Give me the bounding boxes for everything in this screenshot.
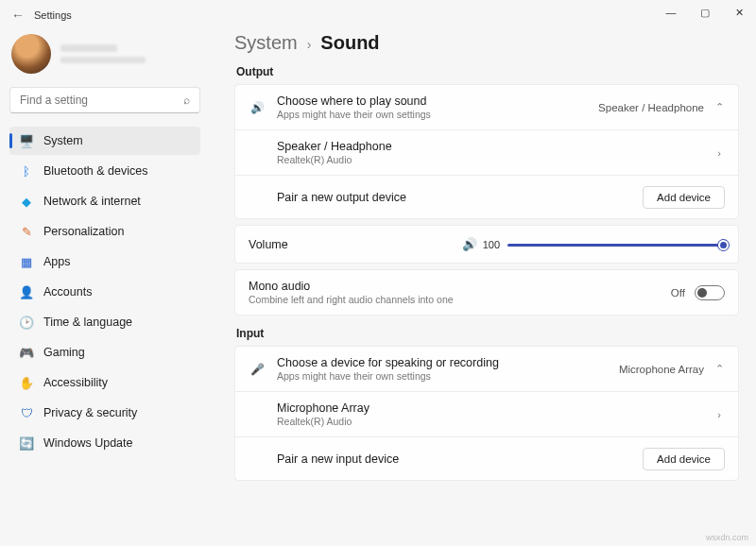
output-pair-row: Pair a new output device Add device (235, 175, 738, 218)
section-input-header: Input (236, 327, 739, 340)
sidebar-item-label: Bluetooth & devices (43, 164, 148, 178)
sidebar-item-apps[interactable]: ▦Apps (9, 247, 200, 276)
nav-icon: 🖥️ (19, 133, 34, 148)
sidebar-item-gaming[interactable]: 🎮Gaming (9, 338, 200, 367)
search-box[interactable]: ⌕ (9, 87, 200, 113)
sidebar-item-bluetooth-devices[interactable]: ᛒBluetooth & devices (9, 157, 200, 185)
mono-toggle[interactable] (695, 285, 725, 300)
input-device-card: 🎤 Choose a device for speaking or record… (234, 346, 739, 481)
chevron-right-icon: › (713, 147, 725, 159)
input-pair-title: Pair a new input device (277, 452, 631, 466)
add-output-device-button[interactable]: Add device (643, 186, 725, 209)
input-choose-sub: Apps might have their own settings (277, 370, 608, 382)
search-icon: ⌕ (183, 94, 190, 107)
output-device-sub: Realtek(R) Audio (277, 154, 702, 165)
volume-icon: 🔊 (462, 237, 477, 251)
nav-list: 🖥️SystemᛒBluetooth & devices◆Network & i… (9, 127, 200, 457)
nav-icon: 🔄 (19, 435, 34, 451)
input-device-sub: Realtek(R) Audio (277, 416, 702, 427)
nav-icon: ◆ (19, 194, 34, 209)
sidebar-item-label: System (43, 134, 83, 147)
volume-slider[interactable] (507, 238, 725, 251)
volume-label: Volume (249, 238, 462, 251)
sidebar-item-label: Apps (43, 255, 71, 268)
maximize-button[interactable]: ▢ (688, 0, 722, 25)
volume-row: Volume 🔊 100 (235, 226, 738, 263)
user-info (60, 44, 146, 63)
output-choose-title: Choose where to play sound (277, 94, 587, 108)
sidebar-item-label: Accounts (43, 285, 92, 299)
sidebar-item-personalization[interactable]: ✎Personalization (9, 217, 200, 246)
watermark: wsxdn.com (706, 533, 748, 542)
sidebar-item-label: Network & internet (43, 195, 141, 208)
nav-icon: 🛡 (19, 405, 34, 420)
back-button[interactable]: ← (6, 8, 30, 23)
mono-card: Mono audio Combine left and right audio … (234, 269, 739, 316)
chevron-right-icon: › (307, 37, 312, 52)
search-input[interactable] (20, 94, 162, 107)
mono-sub: Combine left and right audio channels in… (249, 294, 660, 305)
input-choose-row[interactable]: 🎤 Choose a device for speaking or record… (235, 347, 738, 391)
sidebar-item-accessibility[interactable]: ✋Accessibility (9, 368, 200, 397)
sidebar-item-windows-update[interactable]: 🔄Windows Update (9, 429, 200, 457)
nav-icon: ᛒ (19, 163, 34, 179)
nav-icon: 👤 (19, 284, 34, 299)
sidebar-item-privacy-security[interactable]: 🛡Privacy & security (9, 399, 200, 427)
sidebar-item-label: Windows Update (43, 436, 133, 450)
nav-icon: ✋ (19, 375, 34, 390)
sidebar-item-label: Accessibility (43, 376, 108, 389)
microphone-icon: 🎤 (249, 363, 266, 376)
sidebar-item-label: Time & language (43, 316, 132, 329)
nav-icon: ▦ (19, 254, 34, 269)
volume-value: 100 (483, 239, 500, 250)
sidebar-item-label: Personalization (43, 225, 124, 238)
sidebar-item-label: Privacy & security (43, 406, 137, 419)
page-title: Sound (320, 32, 379, 54)
volume-card: Volume 🔊 100 (234, 225, 739, 264)
output-choose-row[interactable]: 🔊 Choose where to play sound Apps might … (235, 85, 738, 129)
nav-icon: ✎ (19, 224, 34, 239)
window-controls: — ▢ ✕ (654, 0, 756, 25)
main-panel: System › Sound Output 🔊 Choose where to … (206, 30, 756, 546)
output-choose-sub: Apps might have their own settings (277, 109, 587, 120)
avatar (11, 34, 51, 74)
output-device-title: Speaker / Headphone (277, 140, 702, 153)
nav-icon: 🕑 (19, 315, 34, 330)
sidebar-item-network-internet[interactable]: ◆Network & internet (9, 187, 200, 215)
close-button[interactable]: ✕ (722, 0, 756, 25)
output-device-row[interactable]: Speaker / Headphone Realtek(R) Audio › (235, 129, 738, 175)
mono-title: Mono audio (249, 280, 660, 293)
speaker-icon: 🔊 (249, 101, 266, 114)
titlebar: ← Settings — ▢ ✕ (0, 0, 756, 30)
sidebar-item-time-language[interactable]: 🕑Time & language (9, 308, 200, 336)
sidebar: ⌕ 🖥️SystemᛒBluetooth & devices◆Network &… (0, 30, 206, 546)
breadcrumb-parent[interactable]: System (234, 32, 298, 54)
mono-state: Off (671, 287, 685, 299)
chevron-right-icon: › (713, 409, 725, 420)
chevron-up-icon: ⌃ (713, 101, 725, 113)
input-choose-title: Choose a device for speaking or recordin… (277, 356, 608, 369)
output-device-card: 🔊 Choose where to play sound Apps might … (234, 84, 739, 219)
input-device-title: Microphone Array (277, 401, 702, 415)
mono-row[interactable]: Mono audio Combine left and right audio … (235, 270, 738, 315)
add-input-device-button[interactable]: Add device (643, 448, 725, 470)
input-device-row[interactable]: Microphone Array Realtek(R) Audio › (235, 391, 738, 436)
nav-icon: 🎮 (19, 345, 34, 360)
user-block[interactable] (9, 30, 200, 87)
breadcrumb: System › Sound (234, 32, 739, 54)
chevron-up-icon: ⌃ (713, 363, 725, 375)
section-output-header: Output (236, 65, 739, 78)
input-pair-row: Pair a new input device Add device (235, 436, 738, 480)
window-title: Settings (30, 9, 72, 21)
output-pair-title: Pair a new output device (277, 191, 631, 204)
input-choose-value: Microphone Array (619, 364, 704, 375)
minimize-button[interactable]: — (654, 0, 688, 25)
sidebar-item-accounts[interactable]: 👤Accounts (9, 278, 200, 306)
output-choose-value: Speaker / Headphone (598, 102, 704, 113)
sidebar-item-system[interactable]: 🖥️System (9, 127, 200, 155)
sidebar-item-label: Gaming (43, 346, 85, 359)
